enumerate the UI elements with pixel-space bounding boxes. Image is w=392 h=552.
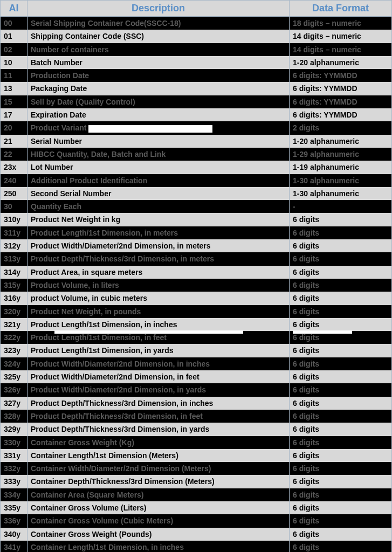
table-row: 250Second Serial Number1-30 alphanumeric [1,187,392,200]
data-format-cell: 6 digits: YYMMDD [290,95,392,108]
ai-cell: 315y [1,279,27,292]
table-row: 310yProduct Net Weight in kg6 digits [1,213,392,226]
ai-cell: 333y [1,475,27,488]
table-row: 336yContainer Gross Volume (Cubic Meters… [1,514,392,527]
ai-cell: 340y [1,528,27,541]
table-row: 333yContainer Depth/Thickness/3rd Dimens… [1,475,392,488]
description-cell: Container Area (Square Meters) [27,488,290,501]
data-format-cell: 6 digits [290,423,392,436]
table-row: 15Sell by Date (Quality Control)6 digits… [1,95,392,108]
table-row: 329yProduct Depth/Thickness/3rd Dimensio… [1,423,392,436]
description-cell: Expiration Date [27,108,290,121]
ai-cell: 13 [1,82,27,95]
ai-cell: 321y [1,318,27,331]
ai-cell: 23x [1,161,27,174]
data-format-cell: 6 digits [290,370,392,383]
table-row: 30Quantity Each- [1,200,392,213]
table-row: 320yProduct Net Weight, in pounds6 digit… [1,305,392,318]
data-format-cell: 6 digits [290,357,392,370]
data-format-cell: 6 digits [290,410,392,423]
description-cell: Product Area, in square meters [27,266,290,279]
data-format-cell: 6 digits [290,305,392,318]
table-row: 240Additional Product Identification1-30… [1,174,392,187]
data-format-cell: 1-20 alphanumeric [290,135,392,148]
ai-reference-table: AI Description Data Format 00Serial Ship… [0,0,392,552]
description-cell: Product Length/1st Dimension, in yards [27,344,290,357]
ai-cell: 22 [1,148,27,161]
ai-cell: 311y [1,226,27,239]
ai-cell: 324y [1,357,27,370]
ai-cell: 323y [1,344,27,357]
ai-cell: 17 [1,108,27,121]
table-row: 314yProduct Area, in square meters6 digi… [1,266,392,279]
ai-cell: 01 [1,30,27,43]
description-cell: Serial Number [27,135,290,148]
data-format-cell: 6 digits [290,239,392,252]
data-format-cell: 6 digits: YYMMDD [290,69,392,82]
ai-cell: 322y [1,331,27,344]
table-row: 311yProduct Length/1st Dimension, in met… [1,226,392,239]
description-cell: Shipping Container Code (SSC) [27,30,290,43]
table-row: 313yProduct Depth/Thickness/3rd Dimensio… [1,252,392,265]
description-cell: Number of containers [27,43,290,56]
table-row: 316yproduct Volume, in cubic meters6 dig… [1,292,392,305]
table-row: 324yProduct Width/Diameter/2nd Dimension… [1,357,392,370]
ai-cell: 336y [1,514,27,527]
description-cell: Serial Shipping Container Code(SSCC-18) [27,17,290,30]
data-format-cell: 1-19 alphanumeric [290,161,392,174]
header-data-format: Data Format [290,1,392,17]
data-format-cell: 1-30 alphanumeric [290,187,392,200]
table-row: 02Number of containers14 digits – numeri… [1,43,392,56]
table-row: 20Product Variant2 digits [1,121,392,134]
table-row: 341yContainer Length/1st Dimension, in i… [1,541,392,552]
header-row: AI Description Data Format [1,1,392,17]
ai-cell: 335y [1,501,27,514]
data-format-cell: 6 digits [290,514,392,527]
description-cell: Batch Number [27,56,290,69]
description-cell: Container Depth/Thickness/3rd Dimension … [27,475,290,488]
description-cell: Container Gross Weight (Pounds) [27,528,290,541]
description-cell: Product Net Weight, in pounds [27,305,290,318]
ai-cell: 312y [1,239,27,252]
ai-cell: 326y [1,383,27,396]
data-format-cell: 6 digits [290,213,392,226]
description-cell: Product Net Weight in kg [27,213,290,226]
description-cell: Container Length/1st Dimension (Meters) [27,449,290,462]
data-format-cell: 18 digits – numeric [290,17,392,30]
ai-cell: 15 [1,95,27,108]
ai-cell: 331y [1,449,27,462]
description-cell: Container Length/1st Dimension, in inche… [27,541,290,552]
ai-cell: 240 [1,174,27,187]
ai-cell: 250 [1,187,27,200]
table-row: 331yContainer Length/1st Dimension (Mete… [1,449,392,462]
ai-cell: 329y [1,423,27,436]
table-row: 335yContainer Gross Volume (Liters)6 dig… [1,501,392,514]
description-cell: Product Width/Diameter/2nd Dimension, in… [27,239,290,252]
data-format-cell: - [290,200,392,213]
ai-cell: 320y [1,305,27,318]
header-ai: AI [1,1,27,17]
table-row: 13Packaging Date6 digits: YYMMDD [1,82,392,95]
description-cell: Production Date [27,69,290,82]
description-cell: Product Variant [27,121,290,134]
data-format-cell: 6 digits [290,528,392,541]
table-row: 334yContainer Area (Square Meters)6 digi… [1,488,392,501]
data-format-cell: 6 digits [290,488,392,501]
ai-cell: 316y [1,292,27,305]
ai-cell: 313y [1,252,27,265]
ai-cell: 330y [1,436,27,449]
description-cell: Container Gross Volume (Cubic Meters) [27,514,290,527]
data-format-cell: 2 digits [290,121,392,134]
ai-cell: 327y [1,397,27,410]
description-cell: Packaging Date [27,82,290,95]
description-cell: HIBCC Quantity, Date, Batch and Link [27,148,290,161]
header-description: Description [27,1,290,17]
table-row: 23xLot Number1-19 alphanumeric [1,161,392,174]
ai-cell: 332y [1,462,27,475]
data-format-cell: 6 digits [290,226,392,239]
ai-cell: 334y [1,488,27,501]
data-format-cell: 6 digits: YYMMDD [290,82,392,95]
description-cell: Product Depth/Thickness/3rd Dimension, i… [27,397,290,410]
description-cell: Container Gross Weight (Kg) [27,436,290,449]
data-format-cell: 6 digits [290,383,392,396]
